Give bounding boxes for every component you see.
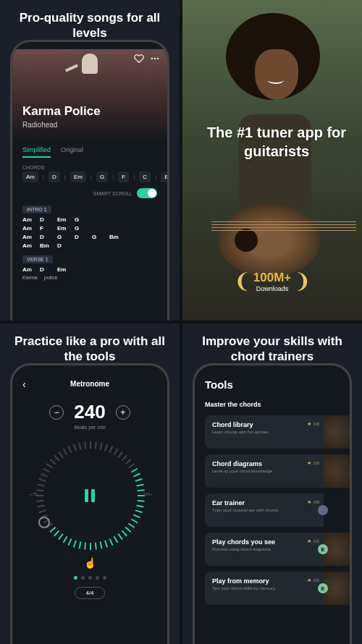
time-signature-button[interactable]: 4/4 xyxy=(75,587,105,599)
bpm-label: Beats per min xyxy=(12,425,167,430)
dot[interactable] xyxy=(88,576,92,580)
favorite-icon[interactable] xyxy=(134,54,144,67)
more-icon[interactable] xyxy=(150,54,160,67)
tab-simplified[interactable]: Simplified xyxy=(22,146,51,158)
dot[interactable] xyxy=(103,576,106,580)
panel-chord-trainers: Improve your skills with chord trainers … xyxy=(182,323,362,644)
chords-label: CHORDS xyxy=(12,161,167,171)
chord-chip[interactable]: Am xyxy=(22,171,38,182)
song-artist: Radiohead xyxy=(22,121,57,129)
dial-min-label: +75 xyxy=(30,492,37,496)
tools-heading: Tools xyxy=(205,378,350,391)
chord-chip[interactable]: Bm xyxy=(161,171,169,182)
tool-card-chord-diagrams[interactable]: Chord diagrams Level up your chord knowl… xyxy=(205,454,352,488)
phone-frame-songs: Karma Police Radiohead Simplified Origin… xyxy=(10,40,169,321)
metronome-title: Metronome xyxy=(70,380,109,388)
chord-chip[interactable]: G xyxy=(96,171,108,182)
tool-thumb xyxy=(324,415,352,449)
star-icon: ★ xyxy=(307,460,311,466)
tool-card-chord-library[interactable]: Chord library Learn chords with fun game… xyxy=(205,415,352,449)
tool-card-play-from-memory[interactable]: Play from memory Test your chord skills … xyxy=(205,572,352,605)
laurel-right-icon: ❩ xyxy=(294,269,311,293)
svg-point-2 xyxy=(157,58,159,59)
tool-card-ear-trainer[interactable]: Ear trainer Train your musical ear with … xyxy=(205,493,352,527)
tab-original[interactable]: Original xyxy=(61,146,83,158)
dot[interactable] xyxy=(81,576,85,580)
bpm-decrease-button[interactable]: − xyxy=(49,405,64,420)
dot[interactable] xyxy=(96,576,99,580)
guitarist-photo xyxy=(204,13,349,230)
tool-thumb xyxy=(324,454,352,488)
badge-subtitle: Downloads xyxy=(253,285,291,292)
dial-max-label: 185+ xyxy=(143,492,153,496)
downloads-badge: ❨ 100M+ Downloads ❩ xyxy=(234,269,311,293)
tool-card-play-chords-you-see[interactable]: Play chords you see Practice using chord… xyxy=(205,533,352,566)
tool-level-badge: E xyxy=(318,583,328,593)
chord-chip[interactable]: F xyxy=(118,171,129,182)
phone-frame-metronome: ‹ Metronome − 240 + Beats per min +75 18… xyxy=(10,363,169,644)
star-icon: ★ xyxy=(307,538,311,544)
star-icon: ★ xyxy=(307,421,311,427)
tools-subheading: Master the chords xyxy=(205,401,350,408)
chord-chip[interactable]: D xyxy=(49,171,60,182)
bpm-increase-button[interactable]: + xyxy=(116,405,130,420)
badge-number: 100M+ xyxy=(253,271,291,285)
dial-knob[interactable] xyxy=(38,517,50,528)
promo-headline: The #1 tuner app for guitarists xyxy=(204,123,349,161)
tap-tempo-icon[interactable]: ☝ xyxy=(84,557,96,569)
laurel-left-icon: ❨ xyxy=(234,269,251,293)
song-hero: Karma Police Radiohead xyxy=(12,49,167,142)
svg-point-1 xyxy=(154,58,156,59)
pause-button[interactable] xyxy=(85,489,95,502)
tool-badge xyxy=(318,505,328,515)
back-icon[interactable]: ‹ xyxy=(22,378,26,390)
chord-chip[interactable]: C xyxy=(139,171,151,182)
tool-level-badge: E xyxy=(318,544,328,554)
phone-frame-tools: Tools Master the chords Chord library Le… xyxy=(193,363,352,644)
page-dots xyxy=(12,576,167,580)
chord-chip[interactable]: Em xyxy=(70,171,86,182)
star-icon: ★ xyxy=(307,577,311,583)
intro-badge: INTRO 1 xyxy=(22,206,51,213)
panel-tuner-promo: The #1 tuner app for guitarists ❨ 100M+ … xyxy=(182,0,362,321)
song-tabs: Simplified Original xyxy=(12,142,167,161)
smart-scroll-label: SMART SCROLL xyxy=(93,191,132,196)
bpm-value: 240 xyxy=(74,401,105,423)
song-title: Karma Police xyxy=(22,104,101,119)
smart-scroll-toggle[interactable] xyxy=(137,188,157,198)
verse-badge: VERSE 1 xyxy=(22,255,53,263)
panel-practice: Practice like a pro with all the tools ‹… xyxy=(0,323,180,644)
singer-illustration xyxy=(72,54,107,94)
chord-list: Am| D| Em| G| F| C| Bm| F#| E xyxy=(12,171,167,185)
panel-songs: Pro-quality songs for all levels Karma P… xyxy=(0,0,180,321)
svg-point-0 xyxy=(151,58,153,59)
tempo-dial[interactable]: +75 185+ ☝ xyxy=(35,441,144,550)
dot[interactable] xyxy=(74,576,77,580)
star-icon: ★ xyxy=(307,499,311,505)
